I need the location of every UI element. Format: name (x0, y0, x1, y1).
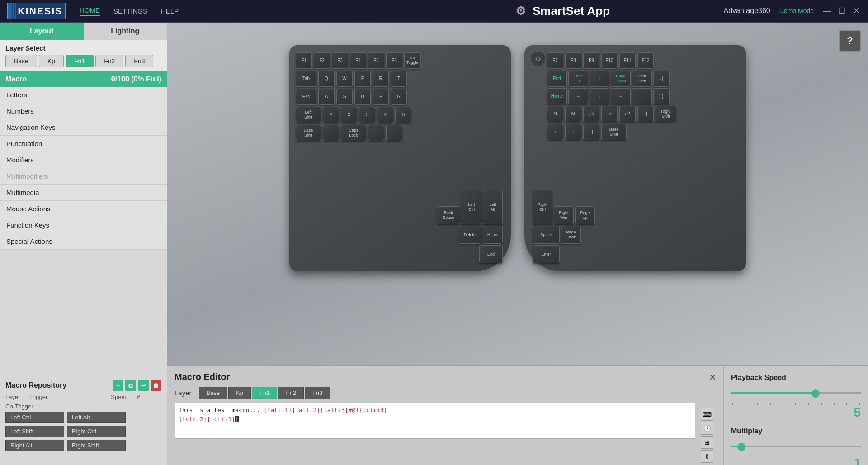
key-f3[interactable]: F3 (332, 52, 348, 69)
sidebar-item-multimedia[interactable]: Multimedia (0, 185, 167, 201)
macro-undo-button[interactable]: ↩ (138, 380, 149, 391)
key-open-bracket[interactable]: [ { (637, 106, 654, 122)
settings-icon[interactable]: ⚙ (531, 52, 545, 66)
key-home-r[interactable]: Home (547, 88, 567, 104)
key-f11[interactable]: F11 (619, 52, 636, 69)
macro-add-button[interactable]: + (113, 380, 123, 391)
key-f7-r[interactable]: F7 (547, 52, 563, 69)
key-x[interactable]: X (341, 107, 357, 123)
nav-help[interactable]: HELP (161, 7, 179, 15)
key-a[interactable]: A (318, 89, 335, 105)
close-button[interactable]: ✕ (852, 6, 861, 16)
sidebar-item-mouse-actions[interactable]: Mouse Actions (0, 201, 167, 217)
macro-text-display[interactable]: This_is_a_test_macro..._{lalt+1}{lalt+2}… (175, 403, 695, 439)
key-dots[interactable]: . . (632, 88, 652, 104)
key-r[interactable]: R (373, 71, 389, 87)
multiplay-thumb[interactable] (737, 443, 745, 451)
key-left-ctrl[interactable]: LeftCtrl (462, 190, 481, 224)
key-end[interactable]: End (479, 245, 503, 263)
cotrigger-right-shift[interactable]: Right Shift (67, 440, 126, 451)
layer-btn-base[interactable]: Base (5, 55, 37, 67)
key-print-scrn[interactable]: PrintScrn (632, 71, 652, 87)
side-btn-4[interactable]: ⇕ (701, 450, 713, 463)
key-backslash[interactable]: \ | (653, 71, 670, 87)
cotrigger-right-ctrl[interactable]: Right Ctrl (67, 426, 126, 437)
key-backspace[interactable]: BackSpace (437, 206, 460, 224)
key-right-arrow[interactable]: → (386, 125, 402, 141)
key-down-arrow[interactable]: ↓ (565, 124, 581, 140)
key-left-shift[interactable]: LeftShift (296, 107, 321, 123)
key-right-win[interactable]: RightWin (554, 206, 574, 224)
nav-settings[interactable]: SETTINGS (113, 7, 147, 15)
key-f4[interactable]: F4 (350, 52, 366, 69)
editor-layer-fn3[interactable]: Fn3 (305, 387, 330, 399)
key-e[interactable]: E (354, 71, 371, 87)
layer-btn-kp[interactable]: Kp (39, 55, 64, 67)
cotrigger-left-ctrl[interactable]: Left Ctrl (5, 412, 64, 423)
key-left-arrow-r[interactable]: ← (568, 88, 588, 104)
layer-btn-fn3[interactable]: Fn3 (125, 55, 153, 67)
key-page-down[interactable]: PageDown (611, 71, 631, 87)
help-button[interactable]: ? (839, 30, 861, 52)
key-q[interactable]: Q (318, 71, 335, 87)
editor-layer-kp[interactable]: Kp (228, 387, 251, 399)
minimize-button[interactable]: — (823, 6, 832, 16)
key-enter[interactable]: Enter (533, 245, 560, 263)
sidebar-item-numbers[interactable]: Numbers (0, 103, 167, 119)
key-f12[interactable]: F12 (637, 52, 654, 69)
key-v[interactable]: V (377, 107, 393, 123)
layer-btn-fn1[interactable]: Fn1 (66, 55, 94, 67)
sidebar-item-letters[interactable]: Letters (0, 87, 167, 103)
key-up-arrow[interactable]: ↑ (547, 124, 563, 140)
side-btn-2[interactable]: 🕐 (701, 422, 713, 435)
side-btn-3[interactable]: ⊞ (701, 436, 713, 449)
sidebar-item-modifiers[interactable]: Modifiers (0, 152, 167, 168)
key-f8[interactable]: F8 (565, 52, 581, 69)
key-home-left[interactable]: Home (483, 226, 503, 244)
layer-btn-fn2[interactable]: Fn2 (95, 55, 123, 67)
maximize-button[interactable]: ☐ (837, 6, 846, 16)
key-f10[interactable]: F10 (601, 52, 618, 69)
key-caps-lock[interactable]: CapsLock (341, 125, 366, 141)
key-f5[interactable]: F5 (368, 52, 384, 69)
key-page-up-r[interactable]: PageUp (575, 206, 595, 224)
key-down-arrow-r[interactable]: ↓ (590, 88, 609, 104)
cotrigger-left-alt[interactable]: Left Alt (67, 412, 126, 423)
multiplay-slider[interactable] (731, 440, 861, 453)
key-page-up[interactable]: PageUp (568, 71, 588, 87)
key-base-shift-r[interactable]: BaseShift (601, 124, 627, 140)
key-period[interactable]: . > (601, 106, 618, 122)
side-btn-1[interactable]: ⌨ (701, 408, 713, 421)
macro-section-header[interactable]: Macro 0/100 (0% Full) (0, 71, 167, 87)
key-f9[interactable]: F9 (583, 52, 599, 69)
key-d[interactable]: D (354, 89, 371, 105)
key-space[interactable]: Space (533, 226, 560, 244)
sidebar-item-navigation-keys[interactable]: Navigation Keys (0, 119, 167, 136)
nav-home[interactable]: HOME (80, 6, 100, 16)
editor-layer-fn2[interactable]: Fn2 (278, 387, 303, 399)
key-s[interactable]: S (336, 89, 353, 105)
key-f2[interactable]: F2 (314, 52, 330, 69)
key-backtick[interactable]: ` ~ (323, 125, 339, 141)
key-g[interactable]: G (391, 89, 407, 105)
sidebar-item-function-keys[interactable]: Function Keys (0, 217, 167, 233)
sidebar-item-punctuation[interactable]: Punctuation (0, 136, 167, 152)
key-b[interactable]: B (395, 107, 411, 123)
key-esc[interactable]: Esc (296, 89, 316, 105)
key-bracket-r[interactable]: ) } (653, 88, 670, 104)
tab-lighting[interactable]: Lighting (84, 23, 167, 40)
key-left-arrow[interactable]: ← (368, 125, 384, 141)
tab-layout[interactable]: Layout (0, 23, 84, 40)
key-close-bracket[interactable]: ] } (583, 124, 599, 140)
close-editor-button[interactable]: ✕ (706, 371, 719, 384)
key-right-shift[interactable]: RightShift (656, 106, 676, 122)
key-comma[interactable]: , < (583, 106, 599, 122)
key-delete[interactable]: Delete (458, 226, 481, 244)
editor-layer-fn1[interactable]: Fn1 (252, 387, 277, 399)
key-slash[interactable]: / ? (619, 106, 636, 122)
key-right-arrow-r[interactable]: → (611, 88, 631, 104)
cotrigger-right-alt[interactable]: Right Alt (5, 440, 64, 451)
key-c[interactable]: C (359, 107, 375, 123)
key-z[interactable]: Z (323, 107, 339, 123)
key-f7[interactable]: KpToggle (404, 52, 421, 69)
